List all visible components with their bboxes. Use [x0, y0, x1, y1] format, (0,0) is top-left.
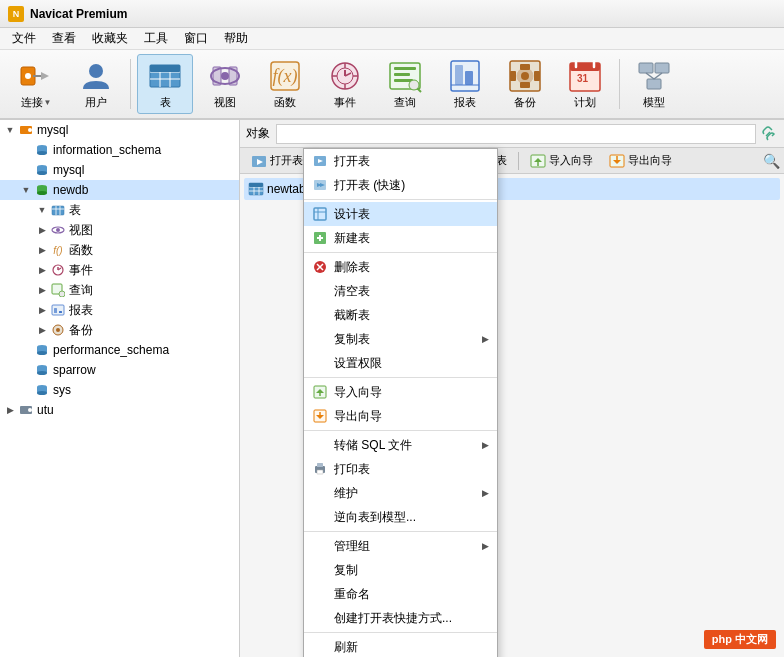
toolbar-user[interactable]: 用户	[68, 54, 124, 114]
svg-rect-38	[520, 64, 530, 70]
svg-rect-135	[317, 470, 323, 474]
toolbar-query[interactable]: 查询	[377, 54, 433, 114]
sidebar-item-mysql-root[interactable]: ▼ mysql	[0, 120, 239, 140]
svg-point-12	[221, 72, 229, 80]
toolbar-event[interactable]: 事件	[317, 54, 373, 114]
object-bar: 对象	[240, 120, 784, 148]
ctx-reverse-model[interactable]: 逆向表到模型...	[304, 505, 497, 529]
toolbar-function[interactable]: f(x) 函数	[257, 54, 313, 114]
db-icon	[34, 382, 50, 398]
ctx-maintain-label: 维护	[334, 485, 358, 502]
context-menu: 打开表 打开表 (快速) 设计表	[303, 148, 498, 657]
sidebar-item-query-folder[interactable]: ▶ 查询	[0, 280, 239, 300]
view-label: 视图	[214, 95, 236, 110]
ctx-design-table[interactable]: 设计表	[304, 202, 497, 226]
action-export[interactable]: 导出向导	[602, 150, 679, 172]
table-icon	[147, 59, 183, 93]
expand-arrow: ▶	[36, 284, 48, 296]
sidebar-item-information-schema[interactable]: ▶ information_schema	[0, 140, 239, 160]
db-icon	[34, 362, 50, 378]
toolbar-schedule[interactable]: 31 计划	[557, 54, 613, 114]
sidebar-item-backup-folder[interactable]: ▶ 备份	[0, 320, 239, 340]
toolbar-report[interactable]: 报表	[437, 54, 493, 114]
sidebar-item-mysql-db[interactable]: ▶ mysql	[0, 160, 239, 180]
menu-view[interactable]: 查看	[44, 28, 84, 49]
menu-favorites[interactable]: 收藏夹	[84, 28, 136, 49]
svg-rect-63	[52, 206, 64, 215]
sidebar-item-view-folder[interactable]: ▶ 视图	[0, 220, 239, 240]
ctx-rename[interactable]: 重命名	[304, 582, 497, 606]
sidebar-item-sparrow[interactable]: ▶ sparrow	[0, 360, 239, 380]
export-icon	[609, 153, 625, 169]
sidebar-item-newdb[interactable]: ▼ newdb	[0, 180, 239, 200]
ctx-copy-table[interactable]: 复制表 ▶	[304, 327, 497, 351]
toolbar-model[interactable]: 模型	[626, 54, 682, 114]
ctx-copy[interactable]: 复制	[304, 558, 497, 582]
search-icon[interactable]: 🔍	[763, 153, 780, 169]
ctx-print-table[interactable]: 打印表	[304, 457, 497, 481]
ctx-manage-group[interactable]: 管理组 ▶	[304, 534, 497, 558]
svg-point-37	[521, 72, 529, 80]
sidebar-item-performance-schema[interactable]: ▶ performance_schema	[0, 340, 239, 360]
ctx-new-table[interactable]: 新建表	[304, 226, 497, 250]
connect-label: 连接	[21, 95, 43, 110]
ctx-open-table-fast[interactable]: 打开表 (快速)	[304, 173, 497, 197]
ctx-import[interactable]: 导入向导	[304, 380, 497, 404]
svg-rect-14	[229, 67, 237, 85]
server-icon	[18, 402, 34, 418]
ctx-sep-6	[304, 632, 497, 633]
menu-tools[interactable]: 工具	[136, 28, 176, 49]
ctx-maintain[interactable]: 维护 ▶	[304, 481, 497, 505]
ctx-delete-label: 删除表	[334, 259, 370, 276]
ctx-export-icon	[312, 408, 328, 424]
ctx-truncate-table2[interactable]: 截断表	[304, 303, 497, 327]
toolbar-view[interactable]: 视图	[197, 54, 253, 114]
query-icon	[387, 59, 423, 93]
view-folder-label: 视图	[69, 222, 93, 239]
ctx-print-icon	[312, 461, 328, 477]
svg-point-89	[28, 408, 32, 412]
expand-arrow: ▶	[36, 224, 48, 236]
ctx-manage-arrow: ▶	[482, 541, 489, 551]
server-icon	[18, 122, 34, 138]
expand-arrow: ▼	[4, 124, 16, 136]
toolbar: 连接 ▼ 用户 表	[0, 50, 784, 120]
information-schema-label: information_schema	[53, 143, 161, 157]
connect-arrow: ▼	[44, 98, 52, 107]
ctx-set-permission[interactable]: 设置权限	[304, 351, 497, 375]
toolbar-table[interactable]: 表	[137, 54, 193, 114]
toolbar-backup[interactable]: 备份	[497, 54, 553, 114]
toolbar-connect[interactable]: 连接 ▼	[8, 54, 64, 114]
menu-file[interactable]: 文件	[4, 28, 44, 49]
ctx-new-label: 新建表	[334, 230, 370, 247]
ctx-refresh[interactable]: 刷新	[304, 635, 497, 657]
action-import[interactable]: 导入向导	[523, 150, 600, 172]
report-label: 报表	[454, 95, 476, 110]
sidebar-item-utu[interactable]: ▶ utu	[0, 400, 239, 420]
sidebar-item-func-folder[interactable]: ▶ f() 函数	[0, 240, 239, 260]
ctx-export[interactable]: 导出向导	[304, 404, 497, 428]
ctx-create-shortcut[interactable]: 创建打开表快捷方式...	[304, 606, 497, 630]
ctx-open-table[interactable]: 打开表	[304, 149, 497, 173]
sidebar-item-sys[interactable]: ▶ sys	[0, 380, 239, 400]
db-icon	[34, 342, 50, 358]
svg-rect-74	[52, 305, 64, 315]
ctx-truncate-table[interactable]: 清空表	[304, 279, 497, 303]
svg-rect-43	[570, 63, 600, 71]
db-icon	[34, 162, 50, 178]
sidebar-item-report-folder[interactable]: ▶ 报表	[0, 300, 239, 320]
action-sep	[518, 152, 519, 170]
sidebar-item-event-folder[interactable]: ▶ 事件	[0, 260, 239, 280]
user-label: 用户	[85, 95, 107, 110]
action-open[interactable]: 打开表	[244, 150, 310, 172]
menu-help[interactable]: 帮助	[216, 28, 256, 49]
ctx-transfer-sql[interactable]: 转储 SQL 文件 ▶	[304, 433, 497, 457]
sidebar-item-table-folder[interactable]: ▼ 表	[0, 200, 239, 220]
app-title: Navicat Premium	[30, 7, 127, 21]
object-search-input[interactable]	[276, 124, 756, 144]
ctx-delete-table[interactable]: 删除表	[304, 255, 497, 279]
svg-point-1	[25, 73, 31, 79]
menu-window[interactable]: 窗口	[176, 28, 216, 49]
svg-rect-33	[465, 71, 473, 85]
svg-rect-41	[534, 71, 540, 81]
